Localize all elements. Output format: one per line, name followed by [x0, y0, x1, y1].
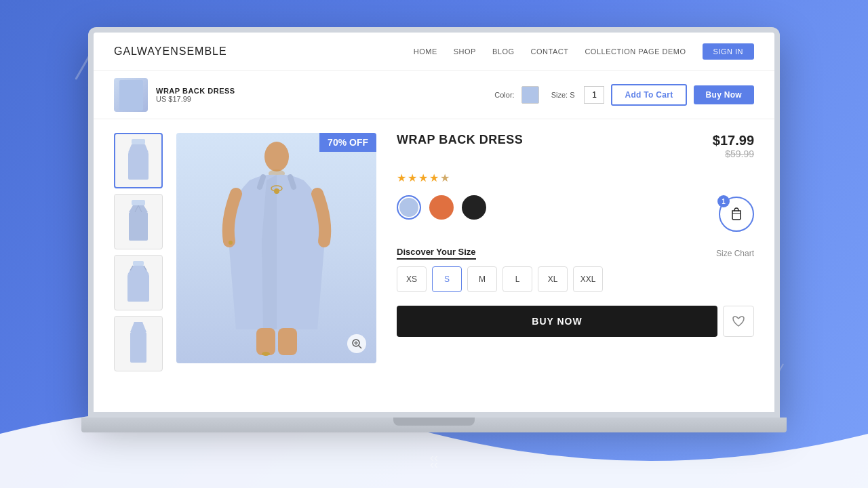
sticky-text-info: WRAP BACK DRESS US $17.99 [156, 87, 235, 103]
logo-light: ENSEMBLE [163, 45, 227, 57]
size-xl[interactable]: XL [538, 266, 568, 292]
nav-collection-demo[interactable]: COLLECTION PAGE DEMO [585, 47, 686, 56]
bag-svg [728, 205, 745, 221]
store-website: GALWAYENSEMBLE HOME SHOP BLOG CONTACT CO… [94, 33, 774, 412]
cart-icon-button[interactable]: 1 [719, 197, 754, 232]
thumbnail-4[interactable] [114, 316, 163, 371]
star-5-half: ★ [440, 171, 450, 184]
sticky-size-label: Size: S [551, 91, 575, 99]
star-4: ★ [429, 171, 439, 184]
nav-blog[interactable]: BLOG [492, 47, 515, 56]
price-section: $17.99 $59.99 [713, 133, 754, 159]
heart-icon [732, 315, 745, 327]
size-xxl[interactable]: XXL [573, 266, 603, 292]
discover-size-label: Discover Your Size [397, 247, 476, 260]
size-chart-link[interactable]: Size Chart [716, 249, 754, 258]
product-rating: ★ ★ ★ ★ ★ [397, 171, 754, 184]
action-buttons-row: BUY NOW [397, 306, 754, 337]
product-thumbnails [114, 133, 163, 371]
sticky-add-to-cart-button[interactable]: Add To Cart [611, 84, 686, 106]
navigation-bar: GALWAYENSEMBLE HOME SHOP BLOG CONTACT CO… [94, 33, 774, 71]
sticky-controls: Color: Size: S Add To Cart Buy Now [494, 84, 754, 106]
svg-rect-0 [132, 139, 145, 144]
thumbnail-3[interactable] [114, 255, 163, 310]
color-swatch-orange[interactable] [429, 195, 454, 220]
thumbnail-4-image [125, 322, 152, 366]
star-1: ★ [397, 171, 406, 184]
sticky-product-name: WRAP BACK DRESS [156, 87, 235, 95]
sticky-product-price: US $17.99 [156, 95, 235, 103]
size-xs[interactable]: XS [397, 266, 427, 292]
laptop-screen: GALWAYENSEMBLE HOME SHOP BLOG CONTACT CO… [88, 27, 780, 418]
color-swatch-blue[interactable] [397, 195, 421, 220]
current-price: $17.99 [713, 133, 754, 148]
sticky-quantity-input[interactable] [584, 86, 604, 104]
nav-contact[interactable]: CONTACT [531, 47, 569, 56]
svg-point-9 [264, 142, 289, 171]
svg-rect-1 [128, 152, 149, 180]
size-l[interactable]: L [502, 266, 532, 292]
product-details: WRAP BACK DRESS $17.99 $59.99 ★ ★ ★ ★ ★ [390, 133, 754, 371]
sticky-color-label: Color: [494, 91, 514, 99]
main-product-image: 70% OFF [176, 133, 376, 363]
product-section: 70% OFF [94, 119, 774, 385]
laptop-notch [393, 418, 475, 426]
thumbnail-3-image [125, 261, 152, 305]
sticky-thumb-image [119, 80, 143, 110]
wishlist-button[interactable] [723, 306, 754, 337]
buy-now-button[interactable]: BUY NOW [397, 306, 717, 337]
color-selection [397, 195, 486, 220]
svg-rect-6 [133, 261, 144, 266]
chevron-down-icon: ‹‹‹‹ [430, 454, 438, 468]
svg-line-18 [359, 346, 361, 348]
discount-badge: 70% OFF [319, 133, 376, 152]
thumbnail-2-image [125, 200, 152, 244]
thumbnail-2[interactable] [114, 194, 163, 249]
nav-home[interactable]: HOME [414, 47, 437, 56]
svg-rect-2 [132, 200, 145, 205]
thumbnail-1[interactable] [114, 133, 163, 188]
product-header: WRAP BACK DRESS $17.99 $59.99 [397, 133, 754, 166]
svg-rect-7 [127, 274, 149, 302]
svg-rect-11 [256, 328, 275, 355]
size-buttons-container: XS S M L XL XXL [397, 266, 754, 292]
svg-point-16 [262, 352, 270, 356]
thumbnail-1-image [125, 139, 152, 183]
logo-bold: GALWAY [114, 45, 163, 57]
size-s[interactable]: S [432, 266, 462, 292]
shopping-bag-icon [728, 205, 745, 224]
nav-links-container: HOME SHOP BLOG CONTACT COLLECTION PAGE D… [414, 43, 754, 60]
original-price: $59.99 [725, 148, 754, 159]
sticky-thumbnail [114, 78, 148, 112]
signin-button[interactable]: SIGN IN [703, 43, 754, 60]
sticky-color-swatch[interactable] [521, 86, 539, 104]
zoom-svg [351, 338, 362, 349]
laptop-base [81, 418, 787, 432]
star-3: ★ [418, 171, 428, 184]
svg-point-15 [229, 241, 233, 245]
star-2: ★ [408, 171, 417, 184]
site-logo: GALWAYENSEMBLE [114, 45, 227, 58]
laptop-frame: GALWAYENSEMBLE HOME SHOP BLOG CONTACT CO… [88, 27, 780, 432]
sticky-product-info: WRAP BACK DRESS US $17.99 [114, 78, 235, 112]
dress-model-display [176, 133, 376, 363]
nav-shop[interactable]: SHOP [454, 47, 476, 56]
svg-rect-12 [278, 328, 297, 355]
color-swatch-black[interactable] [462, 195, 486, 220]
svg-point-14 [274, 188, 279, 194]
zoom-icon[interactable] [347, 334, 366, 353]
svg-rect-3 [129, 212, 148, 241]
sticky-product-bar: WRAP BACK DRESS US $17.99 Color: Size: S… [94, 71, 774, 119]
cart-badge-count: 1 [717, 195, 730, 207]
svg-rect-8 [130, 332, 146, 363]
product-title: WRAP BACK DRESS [397, 133, 523, 147]
size-header: Discover Your Size Size Chart [397, 247, 754, 260]
dress-main-svg [216, 140, 338, 357]
sticky-buy-now-button[interactable]: Buy Now [694, 85, 754, 104]
size-m[interactable]: M [467, 266, 497, 292]
